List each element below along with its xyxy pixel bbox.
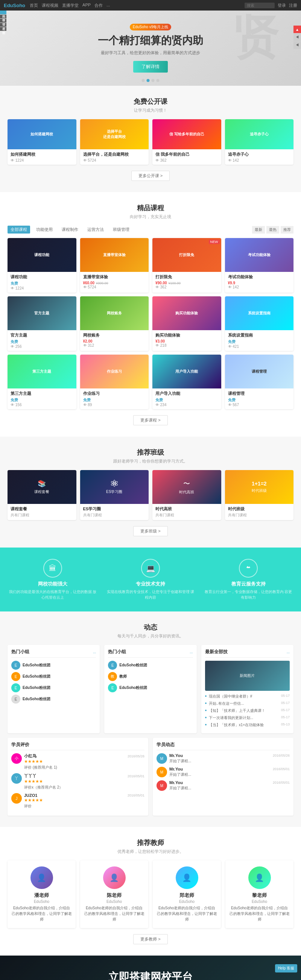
hero-dot-1[interactable]: [142, 79, 145, 82]
premium-course-4[interactable]: 考试功能体验 考试功能体验 ¥9.9 👁 142: [225, 238, 294, 293]
premium-stats-2: 👁 5724: [83, 285, 146, 289]
teacher-avatar-inner-1: 👤: [30, 866, 53, 889]
nav-more[interactable]: ...: [107, 3, 110, 8]
premium-thumb-10: 作业练习: [80, 355, 149, 388]
rs-btn-2[interactable]: ◀: [293, 33, 301, 41]
navbar-left: EduSoho 首页 课程视频 直播学堂 APP 合作 ...: [4, 3, 110, 8]
activity-text-1: 开始了课程...: [169, 759, 290, 764]
class-more-button[interactable]: 更多班级 >: [133, 526, 167, 536]
thumb-text-1: 如何搭建网校: [29, 130, 54, 138]
nav-app[interactable]: APP: [83, 3, 91, 8]
sort-new[interactable]: 最新: [252, 226, 265, 234]
feature-title-3: 教育云服务支持: [203, 581, 293, 587]
login-button[interactable]: 登录: [278, 3, 286, 8]
premium-course-2[interactable]: 直播带室体验 直播带室体验 ¥60.00 ¥300.00 👁 5724: [80, 238, 149, 293]
latest-news-title: 最新全部技: [205, 649, 228, 655]
tab-feature[interactable]: 功能使用: [33, 226, 56, 234]
premium-course-3[interactable]: 打折限免 NEW 打折限免 ¥90.00 ¥100.00 👁 362: [152, 238, 221, 293]
teacher-item-1: E EduSoho粉丝团: [108, 661, 193, 670]
premium-course-8[interactable]: 系统设置指南 系统设置指南 免费 👁 421: [225, 296, 294, 351]
ls-my-school[interactable]: 我的: [0, 11, 6, 14]
free-course-stats-2: 👁 5724: [83, 158, 146, 162]
review-avatar-1: 小: [11, 753, 22, 764]
teacher-avatar-3: 👤: [176, 866, 198, 889]
ls-help[interactable]: 帮助: [0, 27, 6, 31]
features-grid: 🏛 网校功能强大 我们的功能是最强大的在线教育平台，让您的数据 放心托管在云上 …: [8, 559, 293, 600]
hot-groups-more[interactable]: ...: [93, 650, 96, 654]
premium-original-2: ¥300.00: [96, 281, 108, 285]
tab-class[interactable]: 班级管理: [110, 226, 132, 234]
class-card-4[interactable]: 1+1=2 时代班级 时代班级 共有门课程: [225, 470, 294, 520]
rs-btn-3[interactable]: ◀: [293, 41, 301, 49]
news-dot-2: [205, 702, 207, 704]
premium-course-10[interactable]: 作业练习 作业练习 免费 👁 89: [80, 355, 149, 409]
hero-dot-4[interactable]: [156, 79, 159, 82]
teacher-card-4[interactable]: 👤 黎老师 EduSoho EduSoho老师的自我介绍，介绍自己的教学风格和理…: [225, 861, 293, 928]
dynamics-header: 动态 每天与千人同步，共分享好的资讯。: [8, 623, 293, 639]
nav-partner[interactable]: 合作: [94, 3, 103, 8]
tab-operation[interactable]: 运营方法: [84, 226, 107, 234]
class-thumb-content-1: 📚 课程套餐: [31, 476, 52, 498]
teacher-card-1[interactable]: 👤 潘老师 EduSoho EduSoho老师的自我介绍，介绍自己的教学风格和理…: [8, 861, 76, 928]
group-avatar-1: E: [11, 661, 20, 670]
class-card-1[interactable]: 📚 课程套餐 课程套餐 共有门课程: [8, 470, 76, 520]
free-course-card-1[interactable]: 如何搭建网校 如何搭建网校 👁 1224: [8, 119, 76, 165]
nav-live[interactable]: 直播学堂: [62, 3, 79, 8]
reviews-right-header: 学员动态: [156, 741, 290, 750]
premium-name-9: 第三方主题: [11, 391, 73, 396]
sort-hot[interactable]: 最热: [266, 226, 279, 234]
review-item-3: J JUZO1 2016/05/01 ★★★★★ 评价: [11, 793, 145, 809]
hero-dot-3[interactable]: [151, 79, 154, 82]
tab-production[interactable]: 课程制作: [59, 226, 81, 234]
class-card-3[interactable]: 〜 时代高班 时代高班 共有门课程: [152, 470, 221, 520]
teachers-more-button[interactable]: 更多教师 >: [133, 934, 167, 944]
premium-course-11[interactable]: 用户导入功能 用户导入功能 免费 👁 234: [152, 355, 221, 409]
teacher-card-2[interactable]: 👤 陈老师 EduSoho EduSoho老师的自我介绍，介绍自己的教学风格和理…: [80, 861, 148, 928]
class-thumb-content-2: ⚛ ES学习圈: [103, 477, 125, 498]
nav-search-input[interactable]: [245, 3, 275, 8]
free-course-name-1: 如何搭建网校: [11, 151, 73, 157]
news-dot-4: [205, 717, 207, 718]
free-course-card-4[interactable]: 追寻赤子心 追寻赤子心 👁 142: [225, 119, 294, 165]
group-avatar-3: E: [11, 683, 20, 692]
brand-logo[interactable]: EduSoho: [4, 3, 25, 8]
premium-thumb-1: 课程功能: [8, 238, 76, 272]
activity-text-2: 开始了课程...: [169, 772, 290, 777]
nav-courses[interactable]: 课程视频: [42, 3, 58, 8]
premium-course-9[interactable]: 第三方主题 第三方主题 免费 👁 156: [8, 355, 76, 409]
premium-course-5[interactable]: 官方主题 官方主题 免费 👁 256: [8, 296, 76, 351]
premium-course-1[interactable]: 课程功能 课程功能 免费 👁 1224: [8, 238, 76, 293]
reviews-right-section: 学员动态 M Mr.You 2016/05/26 开始了课程... M Mr.Y…: [153, 738, 293, 816]
class-card-2[interactable]: ⚛ ES学习圈 ES学习圈 共有门课程: [80, 470, 149, 520]
premium-info-11: 用户导入功能 免费 👁 234: [152, 388, 221, 409]
teacher-col-more[interactable]: ...: [190, 650, 193, 654]
helper-button[interactable]: Help 客服: [275, 964, 297, 972]
premium-stats-3: 👁 362: [155, 285, 218, 289]
class-thumb-1: 📚 课程套餐: [8, 470, 76, 504]
free-course-card-2[interactable]: 选择平台还是自建网校 选择平台，还是自建网校 👁 5724: [80, 119, 149, 165]
thumb-text-2: 选择平台还是自建网校: [102, 127, 127, 141]
rs-btn-1[interactable]: ▲: [293, 25, 301, 33]
teacher-card-3[interactable]: 👤 郑老师 EduSoho EduSoho老师的自我介绍，介绍自己的教学风格和理…: [153, 861, 221, 928]
news-text-5: 【当】「技术师」x1+在功能体验: [209, 722, 279, 728]
premium-more-button[interactable]: 更多课程 >: [133, 415, 167, 425]
group-item-2: E EduSoho粉丝团: [11, 672, 96, 681]
hero-dot-2[interactable]: [147, 79, 150, 82]
register-button[interactable]: 注册: [289, 3, 297, 8]
premium-thumb-5: 官方主题: [8, 296, 76, 330]
free-course-card-3[interactable]: 信 写给多年前的自己 信 我多年前的自己 👁 362: [152, 119, 221, 165]
ls-manage[interactable]: 管理: [0, 19, 6, 22]
free-courses-more-button[interactable]: 更多公开课 >: [131, 171, 170, 181]
nav-home[interactable]: 首页: [30, 3, 38, 8]
premium-info-9: 第三方主题 免费 👁 156: [8, 388, 76, 409]
premium-course-6[interactable]: 网校账务 网校账务 ¥2.00 👁 312: [80, 296, 149, 351]
sort-recommend[interactable]: 推荐: [281, 226, 293, 234]
ls-teacher[interactable]: 老师: [0, 23, 6, 27]
premium-course-12[interactable]: 课程管理 课程管理 免费 👁 567: [225, 355, 294, 409]
hero-cta-button[interactable]: 了解详情: [133, 61, 168, 73]
premium-course-7[interactable]: 购买功能体验 购买功能体验 ¥3.00 👁 218: [152, 296, 221, 351]
dynamics-top-grid: 热门小组 ... E EduSoho粉丝团 E EduSoho粉丝团 E Edu…: [8, 645, 293, 733]
latest-news-more[interactable]: ...: [287, 650, 290, 654]
ls-browse[interactable]: 课程: [0, 15, 6, 18]
tab-all[interactable]: 全部课程: [8, 226, 30, 234]
